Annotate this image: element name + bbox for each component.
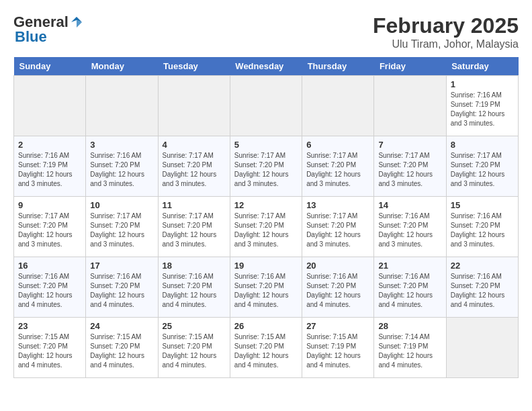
calendar-cell: 22Sunrise: 7:16 AM Sunset: 7:20 PM Dayli… (446, 257, 518, 318)
title-section: February 2025 Ulu Tiram, Johor, Malaysia (373, 13, 519, 50)
day-info: Sunrise: 7:16 AM Sunset: 7:20 PM Dayligh… (234, 272, 298, 310)
day-info: Sunrise: 7:15 AM Sunset: 7:20 PM Dayligh… (234, 332, 298, 370)
day-info: Sunrise: 7:16 AM Sunset: 7:20 PM Dayligh… (378, 212, 441, 249)
day-info: Sunrise: 7:17 AM Sunset: 7:20 PM Dayligh… (18, 212, 81, 249)
day-info: Sunrise: 7:16 AM Sunset: 7:20 PM Dayligh… (18, 272, 81, 310)
day-info: Sunrise: 7:16 AM Sunset: 7:20 PM Dayligh… (90, 272, 153, 310)
day-info: Sunrise: 7:17 AM Sunset: 7:20 PM Dayligh… (451, 151, 514, 189)
calendar-cell: 5Sunrise: 7:17 AM Sunset: 7:20 PM Daylig… (230, 136, 302, 197)
calendar-cell: 8Sunrise: 7:17 AM Sunset: 7:20 PM Daylig… (446, 136, 518, 197)
day-info: Sunrise: 7:16 AM Sunset: 7:20 PM Dayligh… (378, 272, 441, 310)
calendar-cell: 18Sunrise: 7:16 AM Sunset: 7:20 PM Dayli… (158, 257, 230, 318)
day-info: Sunrise: 7:15 AM Sunset: 7:20 PM Dayligh… (163, 332, 226, 370)
day-info: Sunrise: 7:16 AM Sunset: 7:20 PM Dayligh… (306, 272, 369, 310)
day-number: 2 (18, 140, 81, 150)
day-number: 7 (378, 140, 441, 150)
day-info: Sunrise: 7:17 AM Sunset: 7:20 PM Dayligh… (306, 212, 369, 249)
calendar-header-row: SundayMondayTuesdayWednesdayThursdayFrid… (14, 57, 519, 76)
calendar-header-sunday: Sunday (14, 57, 86, 76)
calendar-cell (14, 76, 86, 136)
day-number: 5 (234, 140, 298, 150)
calendar-cell (374, 76, 446, 136)
calendar-week-row: 16Sunrise: 7:16 AM Sunset: 7:20 PM Dayli… (14, 257, 519, 318)
day-number: 1 (451, 79, 514, 89)
calendar-week-row: 1Sunrise: 7:16 AM Sunset: 7:19 PM Daylig… (14, 76, 519, 136)
calendar-cell: 25Sunrise: 7:15 AM Sunset: 7:20 PM Dayli… (158, 318, 230, 378)
calendar-cell: 20Sunrise: 7:16 AM Sunset: 7:20 PM Dayli… (302, 257, 374, 318)
calendar-week-row: 9Sunrise: 7:17 AM Sunset: 7:20 PM Daylig… (14, 197, 519, 257)
day-number: 23 (18, 321, 81, 331)
day-info: Sunrise: 7:17 AM Sunset: 7:20 PM Dayligh… (90, 212, 153, 249)
day-info: Sunrise: 7:17 AM Sunset: 7:20 PM Dayligh… (234, 212, 298, 249)
calendar-cell: 23Sunrise: 7:15 AM Sunset: 7:20 PM Dayli… (14, 318, 86, 378)
day-info: Sunrise: 7:17 AM Sunset: 7:20 PM Dayligh… (378, 151, 441, 189)
day-number: 27 (306, 321, 369, 331)
calendar-subtitle: Ulu Tiram, Johor, Malaysia (373, 38, 519, 50)
day-number: 6 (306, 140, 369, 150)
day-info: Sunrise: 7:17 AM Sunset: 7:20 PM Dayligh… (163, 151, 226, 189)
calendar-cell: 27Sunrise: 7:15 AM Sunset: 7:19 PM Dayli… (302, 318, 374, 378)
calendar-cell: 2Sunrise: 7:16 AM Sunset: 7:19 PM Daylig… (14, 136, 86, 197)
calendar-cell: 14Sunrise: 7:16 AM Sunset: 7:20 PM Dayli… (374, 197, 446, 257)
calendar-cell: 1Sunrise: 7:16 AM Sunset: 7:19 PM Daylig… (446, 76, 518, 136)
day-number: 9 (18, 200, 81, 210)
day-number: 11 (163, 200, 226, 210)
calendar-header-saturday: Saturday (446, 57, 518, 76)
logo-bird-icon (70, 15, 83, 29)
day-number: 12 (234, 200, 298, 210)
calendar-cell: 19Sunrise: 7:16 AM Sunset: 7:20 PM Dayli… (230, 257, 302, 318)
calendar-cell: 16Sunrise: 7:16 AM Sunset: 7:20 PM Dayli… (14, 257, 86, 318)
svg-marker-1 (77, 20, 82, 28)
day-number: 15 (451, 200, 514, 210)
day-info: Sunrise: 7:15 AM Sunset: 7:20 PM Dayligh… (18, 332, 81, 370)
calendar-cell (230, 76, 302, 136)
day-number: 20 (306, 261, 369, 271)
calendar-cell: 4Sunrise: 7:17 AM Sunset: 7:20 PM Daylig… (158, 136, 230, 197)
calendar-cell: 17Sunrise: 7:16 AM Sunset: 7:20 PM Dayli… (86, 257, 158, 318)
day-number: 17 (90, 261, 153, 271)
page-header: General Blue February 2025 Ulu Tiram, Jo… (13, 13, 519, 50)
calendar-week-row: 23Sunrise: 7:15 AM Sunset: 7:20 PM Dayli… (14, 318, 519, 378)
day-number: 8 (451, 140, 514, 150)
calendar-title: February 2025 (373, 13, 519, 38)
day-number: 16 (18, 261, 81, 271)
day-number: 21 (378, 261, 441, 271)
day-number: 13 (306, 200, 369, 210)
day-info: Sunrise: 7:16 AM Sunset: 7:20 PM Dayligh… (451, 272, 514, 310)
calendar-table: SundayMondayTuesdayWednesdayThursdayFrid… (13, 57, 519, 378)
day-info: Sunrise: 7:16 AM Sunset: 7:20 PM Dayligh… (451, 212, 514, 249)
day-info: Sunrise: 7:15 AM Sunset: 7:19 PM Dayligh… (306, 332, 369, 370)
calendar-week-row: 2Sunrise: 7:16 AM Sunset: 7:19 PM Daylig… (14, 136, 519, 197)
day-info: Sunrise: 7:16 AM Sunset: 7:20 PM Dayligh… (163, 272, 226, 310)
calendar-cell (86, 76, 158, 136)
logo-blue: Blue (15, 28, 47, 46)
calendar-header-friday: Friday (374, 57, 446, 76)
calendar-cell: 3Sunrise: 7:16 AM Sunset: 7:20 PM Daylig… (86, 136, 158, 197)
day-info: Sunrise: 7:15 AM Sunset: 7:20 PM Dayligh… (90, 332, 153, 370)
calendar-cell: 28Sunrise: 7:14 AM Sunset: 7:19 PM Dayli… (374, 318, 446, 378)
logo: General Blue (13, 13, 83, 46)
day-info: Sunrise: 7:16 AM Sunset: 7:19 PM Dayligh… (18, 151, 81, 189)
day-info: Sunrise: 7:14 AM Sunset: 7:19 PM Dayligh… (378, 332, 441, 370)
day-info: Sunrise: 7:16 AM Sunset: 7:19 PM Dayligh… (451, 91, 514, 128)
calendar-cell: 11Sunrise: 7:17 AM Sunset: 7:20 PM Dayli… (158, 197, 230, 257)
day-info: Sunrise: 7:17 AM Sunset: 7:20 PM Dayligh… (306, 151, 369, 189)
calendar-header-thursday: Thursday (302, 57, 374, 76)
day-number: 14 (378, 200, 441, 210)
calendar-cell (302, 76, 374, 136)
calendar-cell: 24Sunrise: 7:15 AM Sunset: 7:20 PM Dayli… (86, 318, 158, 378)
calendar-header-monday: Monday (86, 57, 158, 76)
day-number: 3 (90, 140, 153, 150)
calendar-cell: 10Sunrise: 7:17 AM Sunset: 7:20 PM Dayli… (86, 197, 158, 257)
calendar-cell: 26Sunrise: 7:15 AM Sunset: 7:20 PM Dayli… (230, 318, 302, 378)
calendar-cell: 6Sunrise: 7:17 AM Sunset: 7:20 PM Daylig… (302, 136, 374, 197)
day-number: 26 (234, 321, 298, 331)
calendar-cell: 7Sunrise: 7:17 AM Sunset: 7:20 PM Daylig… (374, 136, 446, 197)
calendar-cell (158, 76, 230, 136)
day-number: 18 (163, 261, 226, 271)
calendar-cell: 12Sunrise: 7:17 AM Sunset: 7:20 PM Dayli… (230, 197, 302, 257)
day-number: 25 (163, 321, 226, 331)
day-info: Sunrise: 7:17 AM Sunset: 7:20 PM Dayligh… (234, 151, 298, 189)
day-info: Sunrise: 7:16 AM Sunset: 7:20 PM Dayligh… (90, 151, 153, 189)
day-number: 28 (378, 321, 441, 331)
